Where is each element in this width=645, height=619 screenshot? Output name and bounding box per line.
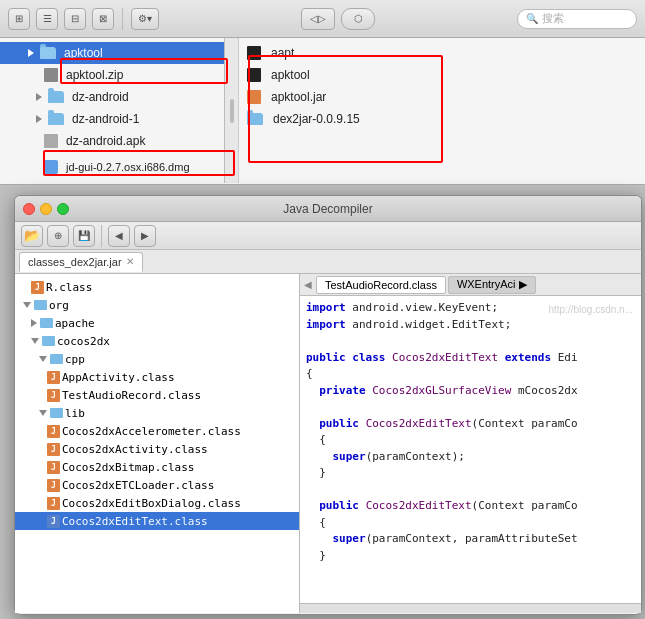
triangle-icon xyxy=(31,338,39,344)
code-tab-wxentry[interactable]: WXEntryAci ▶ xyxy=(448,276,536,294)
tree-item-editboxdialog[interactable]: J Cocos2dxEditBoxDialog.class xyxy=(15,494,299,512)
pkg-icon xyxy=(34,300,47,310)
search-placeholder: 搜索 xyxy=(542,11,564,26)
code-line xyxy=(306,399,635,416)
triangle-icon xyxy=(31,319,37,327)
dmg-label: jd-gui-0.2.7.osx.i686.dmg xyxy=(66,161,190,173)
tree-label: Cocos2dxEditBoxDialog.class xyxy=(62,497,241,510)
search-box[interactable]: 🔍 搜索 xyxy=(517,9,637,29)
tree-label: Cocos2dxETCLoader.class xyxy=(62,479,214,492)
tree-item-cpp[interactable]: cpp xyxy=(15,350,299,368)
jd-window-title: Java Decompiler xyxy=(283,202,372,216)
code-line: private Cocos2dxGLSurfaceView mCocos2dx xyxy=(306,383,635,400)
tab-close-icon[interactable]: ✕ xyxy=(126,256,134,267)
back-btn[interactable]: ◁▷ xyxy=(301,8,335,30)
code-line: public class Cocos2dxEditText extends Ed… xyxy=(306,350,635,367)
tree-item-lib[interactable]: lib xyxy=(15,404,299,422)
file-icon xyxy=(44,134,58,148)
tree-item-edittext[interactable]: J Cocos2dxEditText.class xyxy=(15,512,299,530)
view-icon-list[interactable]: ☰ xyxy=(36,8,58,30)
watermark: http://blog.csdn.n... xyxy=(549,302,634,317)
traffic-lights xyxy=(23,203,69,215)
finder-toolbar: ⊞ ☰ ⊟ ⊠ ⚙▾ ◁▷ ⬡ 🔍 搜索 xyxy=(0,0,645,38)
code-line xyxy=(306,482,635,499)
tree-label: Cocos2dxAccelerometer.class xyxy=(62,425,241,438)
fwd-nav-btn[interactable]: ▶ xyxy=(134,225,156,247)
pkg-icon xyxy=(50,408,63,418)
resize-handle[interactable] xyxy=(230,99,234,123)
action-icon[interactable]: ⚙▾ xyxy=(131,8,159,30)
tree-item-org[interactable]: org xyxy=(15,296,299,314)
column-item-apktool-jar[interactable]: apktool.jar xyxy=(239,86,645,108)
code-line: } xyxy=(306,548,635,565)
finder-item-dmg[interactable]: jd-gui-0.2.7.osx.i686.dmg xyxy=(0,156,224,178)
finder-item-dz-android[interactable]: dz-android xyxy=(0,86,224,108)
tree-item-accelerometer[interactable]: J Cocos2dxAccelerometer.class xyxy=(15,422,299,440)
finder-item-apktool[interactable]: apktool xyxy=(0,42,224,64)
class-icon: J xyxy=(47,515,60,528)
column-item-dex2jar[interactable]: dex2jar-0.0.9.15 xyxy=(239,108,645,130)
pkg-icon xyxy=(42,336,55,346)
pane-divider xyxy=(225,38,239,183)
tree-label: cocos2dx xyxy=(57,335,110,348)
arrange-btn[interactable]: ⬡ xyxy=(341,8,375,30)
view-icon-cover[interactable]: ⊠ xyxy=(92,8,114,30)
tree-item-cocos2dx[interactable]: cocos2dx xyxy=(15,332,299,350)
maximize-button[interactable] xyxy=(57,203,69,215)
back-nav-btn[interactable]: ◀ xyxy=(108,225,130,247)
tree-label: AppActivity.class xyxy=(62,371,175,384)
open-btn[interactable]: 📂 xyxy=(21,225,43,247)
folder-icon xyxy=(247,113,263,125)
item-label: apktool.jar xyxy=(271,90,326,104)
main-tab[interactable]: classes_dex2jar.jar ✕ xyxy=(19,252,143,272)
finder-body: apktool apktool.zip dz-android dz-androi… xyxy=(0,38,645,183)
item-label: apktool xyxy=(271,68,310,82)
jd-toolbar: 📂 ⊕ 💾 ◀ ▶ xyxy=(15,222,641,250)
item-label: dz-android.apk xyxy=(66,134,145,148)
open-jar-btn[interactable]: ⊕ xyxy=(47,225,69,247)
column-item-apktool[interactable]: apktool xyxy=(239,64,645,86)
pkg-icon xyxy=(50,354,63,364)
code-line: super(paramContext); xyxy=(306,449,635,466)
code-line: public Cocos2dxEditText(Context paramCo xyxy=(306,416,635,433)
tree-item-r-class[interactable]: J R.class xyxy=(15,278,299,296)
view-icon-grid[interactable]: ⊞ xyxy=(8,8,30,30)
finder-item-apktool-zip[interactable]: apktool.zip xyxy=(0,64,224,86)
folder-icon xyxy=(48,113,64,125)
tree-item-bitmap[interactable]: J Cocos2dxBitmap.class xyxy=(15,458,299,476)
dmg-icon xyxy=(44,160,58,174)
close-button[interactable] xyxy=(23,203,35,215)
code-line: } xyxy=(306,465,635,482)
folder-icon xyxy=(48,91,64,103)
code-tab-testaudiorecord[interactable]: TestAudioRecord.class xyxy=(316,276,446,294)
horizontal-scrollbar[interactable] xyxy=(300,603,641,613)
nav-prev-icon[interactable]: ◀ xyxy=(304,279,312,290)
item-label: dz-android-1 xyxy=(72,112,139,126)
jd-body: J R.class org apache cocos2dx xyxy=(15,274,641,613)
finder-item-dz-android-apk[interactable]: dz-android.apk xyxy=(0,130,224,152)
search-icon: 🔍 xyxy=(526,13,538,24)
exec-icon xyxy=(247,68,261,82)
finder-item-dz-android-1[interactable]: dz-android-1 xyxy=(0,108,224,130)
item-label: apktool.zip xyxy=(66,68,123,82)
code-pane-container: ◀ TestAudioRecord.class WXEntryAci ▶ htt… xyxy=(300,274,641,613)
view-icon-columns[interactable]: ⊟ xyxy=(64,8,86,30)
toolbar-separator xyxy=(122,8,123,30)
tree-label: Cocos2dxBitmap.class xyxy=(62,461,194,474)
sidebar-pane: apktool apktool.zip dz-android dz-androi… xyxy=(0,38,225,183)
minimize-button[interactable] xyxy=(40,203,52,215)
tree-item-etcloader[interactable]: J Cocos2dxETCLoader.class xyxy=(15,476,299,494)
code-line: { xyxy=(306,432,635,449)
item-label: aapt xyxy=(271,46,294,60)
tree-item-activity[interactable]: J Cocos2dxActivity.class xyxy=(15,440,299,458)
tree-item-testaudiorecord[interactable]: J TestAudioRecord.class xyxy=(15,386,299,404)
item-label: apktool xyxy=(64,46,103,60)
tree-item-appactivity[interactable]: J AppActivity.class xyxy=(15,368,299,386)
tree-item-apache[interactable]: apache xyxy=(15,314,299,332)
column-item-aapt[interactable]: aapt xyxy=(239,42,645,64)
triangle-icon xyxy=(36,93,42,101)
class-icon: J xyxy=(47,461,60,474)
sep xyxy=(101,225,102,247)
tree-label: TestAudioRecord.class xyxy=(62,389,201,402)
save-btn[interactable]: 💾 xyxy=(73,225,95,247)
